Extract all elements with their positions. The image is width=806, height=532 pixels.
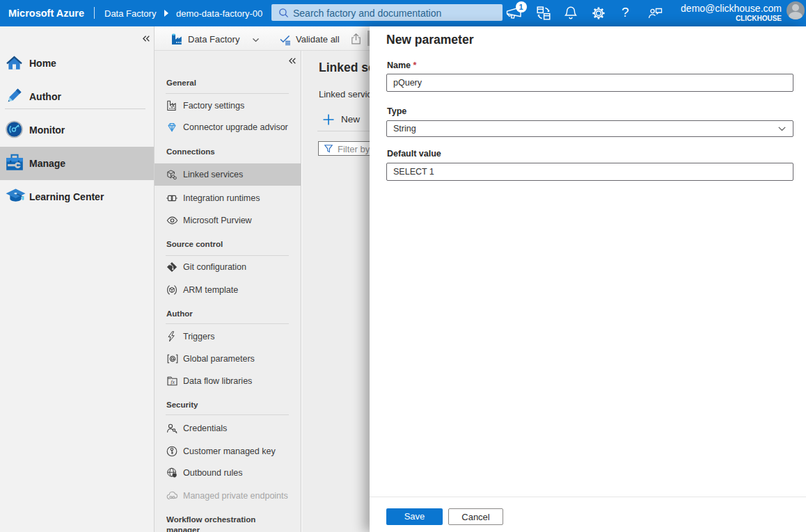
svg-text:fx: fx <box>171 379 175 385</box>
